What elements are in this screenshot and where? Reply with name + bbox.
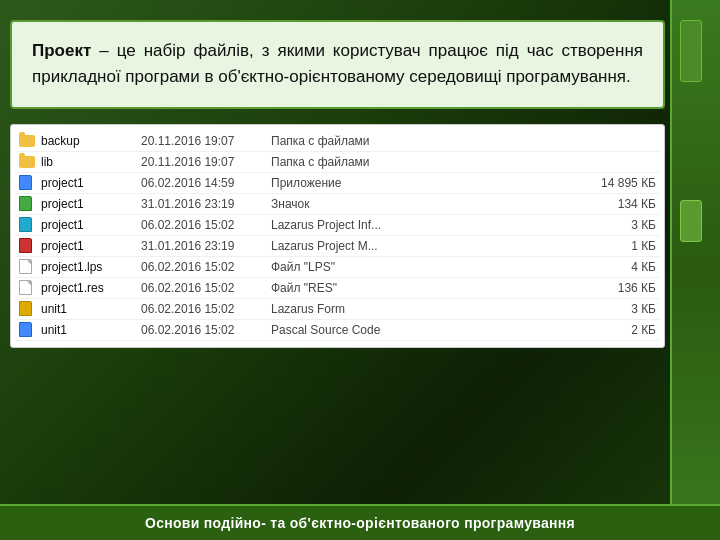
file-type-icon [19, 280, 41, 296]
definition-box: Проект – це набір файлів, з якими корист… [10, 20, 665, 109]
definition-bold-word: Проект [32, 41, 91, 60]
file-name: unit1 [41, 302, 141, 316]
file-size: 14 895 КБ [586, 176, 656, 190]
file-size: 3 КБ [586, 218, 656, 232]
table-row[interactable]: project1.lps06.02.2016 15:02Файл "LPS"4 … [15, 257, 660, 278]
file-name: project1.res [41, 281, 141, 295]
table-row[interactable]: backup20.11.2016 19:07Папка с файлами [15, 131, 660, 152]
main-content: Проект – це набір файлів, з якими корист… [10, 10, 665, 540]
file-name: project1 [41, 239, 141, 253]
file-date: 06.02.2016 15:02 [141, 260, 271, 274]
right-decoration [670, 0, 720, 540]
table-row[interactable]: unit106.02.2016 15:02Pascal Source Code2… [15, 320, 660, 341]
file-date: 20.11.2016 19:07 [141, 134, 271, 148]
file-date: 06.02.2016 14:59 [141, 176, 271, 190]
table-row[interactable]: project1.res06.02.2016 15:02Файл "RES"13… [15, 278, 660, 299]
file-type-icon [19, 175, 41, 191]
bottom-bar-text: Основи подійно- та об'єктно-орієнтованог… [145, 515, 575, 531]
table-row[interactable]: project131.01.2016 23:19Lazarus Project … [15, 236, 660, 257]
file-size: 3 КБ [586, 302, 656, 316]
file-type: Файл "LPS" [271, 260, 586, 274]
file-type: Lazarus Project Inf... [271, 218, 586, 232]
file-type-icon [19, 322, 41, 338]
file-name: backup [41, 134, 141, 148]
table-row[interactable]: project106.02.2016 15:02Lazarus Project … [15, 215, 660, 236]
file-date: 06.02.2016 15:02 [141, 302, 271, 316]
file-date: 31.01.2016 23:19 [141, 239, 271, 253]
file-type-icon [19, 301, 41, 317]
file-name: project1 [41, 176, 141, 190]
file-type-icon [19, 217, 41, 233]
definition-text: Проект – це набір файлів, з якими корист… [32, 38, 643, 91]
file-type: Значок [271, 197, 586, 211]
file-date: 06.02.2016 15:02 [141, 281, 271, 295]
file-type: Pascal Source Code [271, 323, 586, 337]
file-type: Файл "RES" [271, 281, 586, 295]
file-size: 4 КБ [586, 260, 656, 274]
file-type: Папка с файлами [271, 155, 586, 169]
file-type-icon [19, 259, 41, 275]
file-type-icon [19, 196, 41, 212]
file-type: Lazarus Project M... [271, 239, 586, 253]
file-type-icon [19, 154, 41, 170]
file-name: lib [41, 155, 141, 169]
file-type: Приложение [271, 176, 586, 190]
file-type-icon [19, 238, 41, 254]
file-explorer: backup20.11.2016 19:07Папка с файламиlib… [10, 124, 665, 348]
file-name: project1 [41, 218, 141, 232]
file-date: 06.02.2016 15:02 [141, 323, 271, 337]
table-row[interactable]: project131.01.2016 23:19Значок134 КБ [15, 194, 660, 215]
file-size: 136 КБ [586, 281, 656, 295]
file-size: 134 КБ [586, 197, 656, 211]
file-name: project1.lps [41, 260, 141, 274]
file-date: 31.01.2016 23:19 [141, 197, 271, 211]
file-date: 20.11.2016 19:07 [141, 155, 271, 169]
file-type: Папка с файлами [271, 134, 586, 148]
file-size: 2 КБ [586, 323, 656, 337]
file-name: unit1 [41, 323, 141, 337]
file-list: backup20.11.2016 19:07Папка с файламиlib… [11, 125, 664, 347]
file-type-icon [19, 133, 41, 149]
table-row[interactable]: lib20.11.2016 19:07Папка с файлами [15, 152, 660, 173]
bottom-bar: Основи подійно- та об'єктно-орієнтованог… [0, 504, 720, 540]
definition-rest: – це набір файлів, з якими користувач пр… [32, 41, 643, 86]
file-name: project1 [41, 197, 141, 211]
table-row[interactable]: project106.02.2016 14:59Приложение14 895… [15, 173, 660, 194]
table-row[interactable]: unit106.02.2016 15:02Lazarus Form3 КБ [15, 299, 660, 320]
file-date: 06.02.2016 15:02 [141, 218, 271, 232]
file-size: 1 КБ [586, 239, 656, 253]
file-type: Lazarus Form [271, 302, 586, 316]
